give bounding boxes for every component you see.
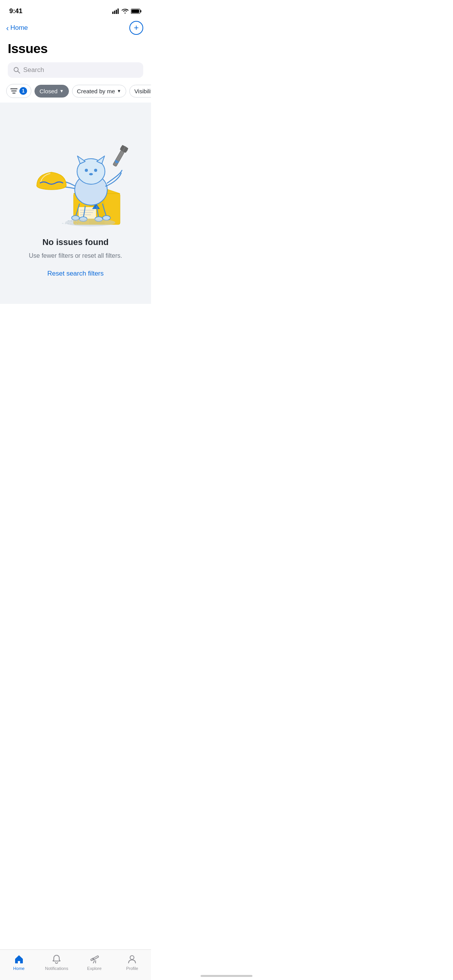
status-bar: 9:41 bbox=[0, 0, 151, 19]
closed-filter-chip[interactable]: Closed ▼ bbox=[34, 85, 69, 98]
nav-header: ‹ Home + bbox=[0, 19, 151, 39]
battery-icon bbox=[131, 9, 142, 14]
page-title: Issues bbox=[0, 39, 151, 62]
created-by-me-chevron-icon: ▼ bbox=[117, 89, 121, 93]
status-time: 9:41 bbox=[9, 7, 22, 15]
signal-icon bbox=[112, 9, 119, 14]
empty-state-title: No issues found bbox=[42, 237, 108, 247]
closed-filter-label: Closed bbox=[39, 88, 58, 94]
wifi-icon bbox=[122, 9, 129, 14]
visibility-label: Visibility bbox=[134, 88, 151, 94]
back-button[interactable]: ‹ Home bbox=[6, 24, 28, 32]
svg-point-7 bbox=[14, 67, 18, 72]
svg-rect-2 bbox=[116, 10, 117, 14]
status-icons bbox=[112, 9, 142, 14]
svg-point-25 bbox=[85, 169, 88, 172]
filter-badge: 1 bbox=[19, 87, 27, 95]
filter-row: 1 Closed ▼ Created by me ▼ Visibility ▼ bbox=[0, 84, 151, 98]
empty-state-area: No issues found Use fewer filters or res… bbox=[0, 103, 151, 304]
filter-button[interactable]: 1 bbox=[6, 84, 31, 98]
filter-lines-icon bbox=[10, 88, 17, 94]
search-bar[interactable]: Search bbox=[8, 62, 143, 78]
empty-state-subtitle: Use fewer filters or reset all filters. bbox=[29, 251, 122, 260]
svg-rect-3 bbox=[118, 9, 119, 14]
created-by-me-label: Created by me bbox=[77, 88, 115, 94]
svg-rect-1 bbox=[114, 11, 115, 14]
svg-point-26 bbox=[94, 169, 97, 172]
empty-state-illustration bbox=[17, 118, 134, 226]
reset-filters-button[interactable]: Reset search filters bbox=[47, 270, 104, 278]
svg-rect-5 bbox=[141, 10, 142, 12]
svg-line-8 bbox=[18, 71, 20, 73]
svg-rect-6 bbox=[132, 10, 139, 13]
closed-chevron-icon: ▼ bbox=[60, 89, 64, 93]
created-by-me-filter-chip[interactable]: Created by me ▼ bbox=[72, 85, 126, 98]
back-label: Home bbox=[10, 24, 28, 32]
search-icon bbox=[13, 67, 20, 74]
add-icon: + bbox=[134, 24, 139, 32]
svg-rect-0 bbox=[112, 12, 113, 14]
svg-point-37 bbox=[65, 219, 115, 226]
add-issue-button[interactable]: + bbox=[129, 21, 143, 35]
visibility-filter-chip[interactable]: Visibility ▼ bbox=[129, 85, 151, 98]
search-placeholder: Search bbox=[23, 66, 44, 74]
back-chevron-icon: ‹ bbox=[6, 24, 9, 32]
svg-point-27 bbox=[89, 173, 93, 175]
